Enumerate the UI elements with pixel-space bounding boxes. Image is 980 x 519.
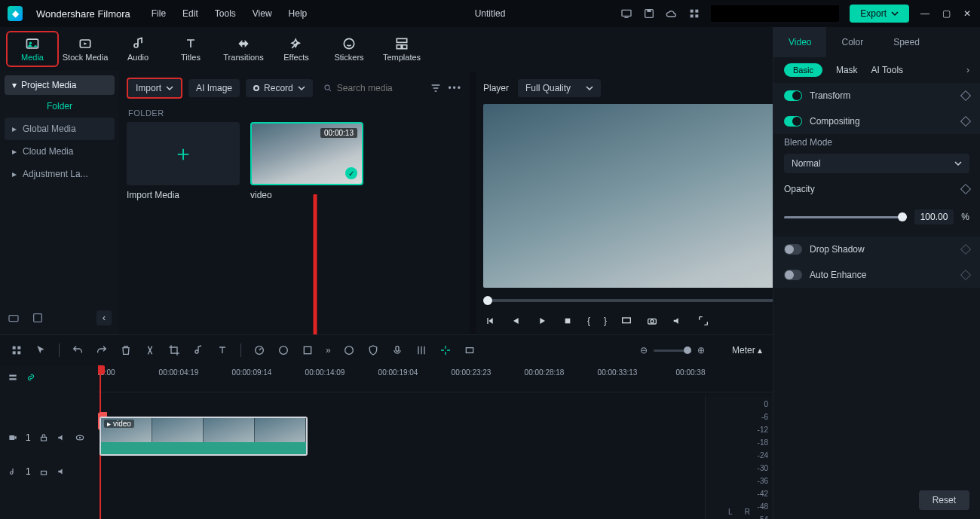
- color-icon[interactable]: [277, 344, 289, 356]
- keyframe-icon[interactable]: [960, 244, 971, 255]
- timeline-clip[interactable]: ▸video: [100, 417, 308, 456]
- export-button[interactable]: Export: [850, 5, 909, 23]
- undo-icon[interactable]: [72, 344, 84, 356]
- step-back-icon[interactable]: [510, 315, 522, 327]
- shield-icon[interactable]: [367, 344, 379, 356]
- display-icon[interactable]: [620, 315, 632, 327]
- clock-icon[interactable]: [343, 344, 355, 356]
- lock-icon[interactable]: [38, 432, 49, 443]
- ribbon-media[interactable]: Media: [6, 31, 59, 67]
- import-button[interactable]: Import: [127, 78, 182, 99]
- ribbon-titles[interactable]: Titles: [164, 31, 217, 67]
- timeline-tracks[interactable]: 00:0000:00:04:1900:00:09:1400:00:14:0900…: [98, 365, 773, 519]
- text-icon[interactable]: [216, 344, 228, 356]
- sidebar-item-global[interactable]: ▸Global Media: [5, 118, 115, 140]
- new-bin-icon[interactable]: [32, 312, 44, 324]
- dropshadow-toggle[interactable]: [784, 244, 802, 255]
- split-icon[interactable]: [144, 344, 156, 356]
- tab-color[interactable]: Color: [826, 27, 878, 57]
- music-icon[interactable]: [192, 344, 204, 356]
- ribbon-templates[interactable]: Templates: [375, 31, 428, 67]
- ribbon-transitions[interactable]: Transitions: [217, 31, 270, 67]
- mark-out-icon[interactable]: }: [604, 316, 607, 326]
- more-tools-icon[interactable]: »: [326, 345, 331, 356]
- mute-icon[interactable]: [57, 466, 67, 477]
- account-area[interactable]: [711, 5, 839, 22]
- reset-button[interactable]: Reset: [919, 490, 969, 510]
- eye-icon[interactable]: [75, 432, 85, 443]
- pointer-icon[interactable]: [35, 344, 47, 356]
- keyframe-icon[interactable]: [960, 90, 971, 101]
- menu-view[interactable]: View: [253, 8, 272, 19]
- tab-speed[interactable]: Speed: [878, 27, 935, 57]
- mic-icon[interactable]: [391, 344, 403, 356]
- mark-in-icon[interactable]: {: [587, 316, 590, 326]
- media-clip-tile[interactable]: 00:00:13 ✓ video: [250, 122, 363, 200]
- ribbon-stock[interactable]: Stock Media: [59, 31, 112, 67]
- quality-select[interactable]: Full Quality: [518, 79, 601, 97]
- sidebar-head[interactable]: ▾ Project Media: [5, 75, 115, 95]
- subtab-basic[interactable]: Basic: [784, 63, 822, 77]
- subtab-mask[interactable]: Mask: [836, 65, 858, 75]
- import-media-tile[interactable]: ＋ Import Media: [127, 122, 240, 200]
- crop-icon[interactable]: [168, 344, 180, 356]
- transform-toggle[interactable]: [784, 90, 802, 101]
- time-ruler[interactable]: 00:0000:00:04:1900:00:09:1400:00:14:0900…: [98, 365, 773, 392]
- zoom-in-icon[interactable]: ⊕: [697, 345, 705, 356]
- audio-track-head[interactable]: 1: [0, 459, 98, 484]
- sidebar-folder[interactable]: Folder: [5, 95, 115, 118]
- cloud-icon[interactable]: [666, 8, 678, 20]
- layout-icon[interactable]: [11, 344, 23, 356]
- ribbon-stickers[interactable]: Stickers: [323, 31, 375, 67]
- search-input[interactable]: [337, 83, 420, 93]
- record-button[interactable]: Record: [246, 79, 313, 97]
- minimize-button[interactable]: —: [920, 8, 930, 19]
- menu-edit[interactable]: Edit: [182, 8, 198, 19]
- ribbon-audio[interactable]: Audio: [112, 31, 164, 67]
- snap-icon[interactable]: [439, 344, 452, 356]
- stop-icon[interactable]: [562, 315, 574, 327]
- play-icon[interactable]: [536, 315, 548, 327]
- menu-tools[interactable]: Tools: [215, 8, 236, 19]
- meter-label[interactable]: Meter ▴: [732, 345, 762, 356]
- more-icon[interactable]: •••: [448, 83, 462, 93]
- sidebar-item-cloud[interactable]: ▸Cloud Media: [5, 140, 115, 163]
- new-folder-icon[interactable]: [8, 312, 20, 324]
- device-icon[interactable]: [620, 8, 632, 20]
- ribbon-effects[interactable]: Effects: [270, 31, 323, 67]
- save-icon[interactable]: [643, 8, 655, 20]
- camera-icon[interactable]: [646, 315, 658, 327]
- zoom-out-icon[interactable]: ⊖: [640, 345, 648, 356]
- marker-frame-icon[interactable]: [464, 344, 476, 356]
- link-icon[interactable]: [26, 372, 36, 383]
- subtab-ai[interactable]: AI Tools: [871, 65, 903, 75]
- menu-file[interactable]: File: [152, 8, 166, 19]
- maximize-button[interactable]: ▢: [941, 8, 951, 19]
- video-track-head[interactable]: 1: [0, 417, 98, 459]
- mute-icon[interactable]: [57, 432, 67, 443]
- menu-help[interactable]: Help: [289, 8, 308, 19]
- fullscreen-icon[interactable]: [697, 315, 709, 327]
- speed-icon[interactable]: [253, 344, 265, 356]
- close-button[interactable]: ✕: [962, 8, 972, 19]
- chevron-right-icon[interactable]: ›: [966, 65, 969, 75]
- compositing-toggle[interactable]: [784, 116, 802, 127]
- prev-frame-icon[interactable]: [485, 315, 497, 327]
- ai-image-button[interactable]: AI Image: [188, 79, 240, 97]
- collapse-sidebar-button[interactable]: ‹: [96, 310, 112, 325]
- zoom-slider[interactable]: [654, 350, 691, 352]
- search-box[interactable]: [319, 83, 424, 93]
- filter-icon[interactable]: [430, 82, 442, 94]
- keyframe-icon[interactable]: [960, 184, 971, 194]
- keyframe-icon[interactable]: [960, 116, 971, 127]
- opacity-slider[interactable]: [784, 216, 907, 218]
- grid-icon[interactable]: [688, 8, 700, 20]
- tool-a-icon[interactable]: [302, 344, 314, 356]
- sidebar-item-adjustment[interactable]: ▸Adjustment La...: [5, 163, 115, 185]
- lock-icon[interactable]: [38, 466, 49, 477]
- redo-icon[interactable]: [96, 344, 108, 356]
- volume-icon[interactable]: [672, 315, 684, 327]
- mixer-icon[interactable]: [415, 344, 427, 356]
- tracks-icon[interactable]: [8, 372, 18, 383]
- tab-video[interactable]: Video: [773, 27, 826, 57]
